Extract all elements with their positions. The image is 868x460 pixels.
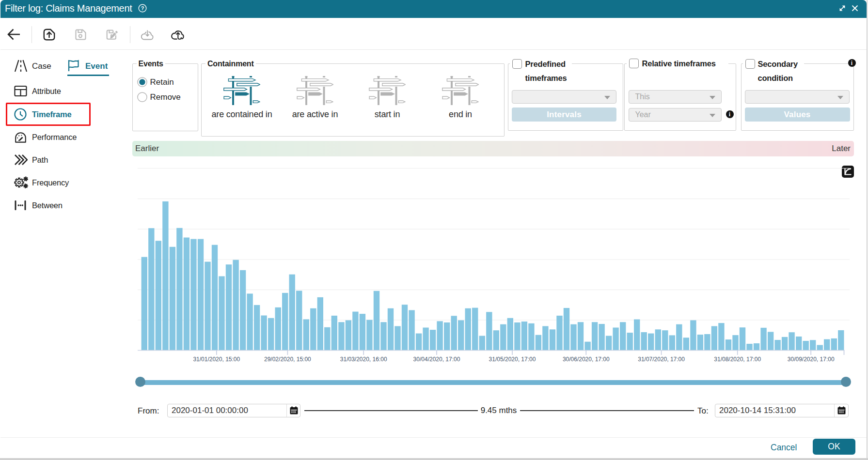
svg-text:31/01/2020, 15:00: 31/01/2020, 15:00	[193, 356, 240, 363]
svg-text:31/05/2020, 17:00: 31/05/2020, 17:00	[489, 356, 536, 363]
svg-text:30/06/2020, 17:00: 30/06/2020, 17:00	[563, 356, 610, 363]
svg-text:31/03/2020, 16:00: 31/03/2020, 16:00	[340, 356, 387, 363]
svg-text:29/02/2020, 15:00: 29/02/2020, 15:00	[264, 356, 311, 363]
svg-text:31/08/2020, 17:00: 31/08/2020, 17:00	[714, 356, 761, 363]
svg-text:30/09/2020, 17:00: 30/09/2020, 17:00	[788, 356, 835, 363]
svg-text:31/07/2020, 17:00: 31/07/2020, 17:00	[638, 356, 685, 363]
svg-text:30/04/2020, 17:00: 30/04/2020, 17:00	[413, 356, 460, 363]
